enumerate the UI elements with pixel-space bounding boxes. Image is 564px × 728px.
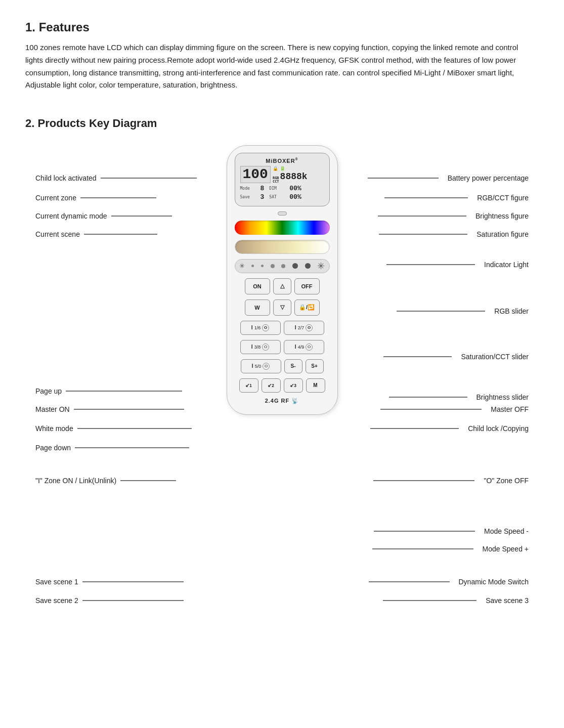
label-brightness-figure: Brightness figure bbox=[378, 212, 529, 220]
label-current-scene: Current scene bbox=[35, 230, 162, 238]
brightness-max-icon: ✳ bbox=[317, 261, 325, 272]
lcd-right-top: 🔒🔋 RGBCCT 8888k bbox=[273, 166, 308, 184]
on-button[interactable]: ON bbox=[245, 278, 270, 294]
save-scene-3-button[interactable]: ↙3 bbox=[284, 378, 303, 393]
rgb-slider[interactable] bbox=[235, 221, 330, 235]
lcd-icons: 🔒🔋 bbox=[273, 166, 285, 171]
brightness-dot-3 bbox=[271, 264, 275, 268]
child-lock-copy-button[interactable]: 🔒/🔁 bbox=[294, 299, 320, 316]
zone-row-1: I 1/6 O I 2/7 O bbox=[235, 321, 330, 335]
label-zone-on-link: "I" Zone ON / Link(Unlink) bbox=[35, 477, 181, 485]
lcd-mode-label: Mode bbox=[240, 186, 259, 191]
label-save-scene-3: Save scene 3 bbox=[383, 596, 529, 605]
lcd-brand: MiBOXER® bbox=[240, 157, 324, 164]
label-sat-cct-slider: Saturation/CCT slider bbox=[383, 353, 529, 361]
label-battery-power: Battery power percentage bbox=[368, 174, 529, 182]
label-rgb-cct-figure: RGB/CCT figure bbox=[384, 194, 529, 202]
label-current-dynamic-mode: Current dynamic mode bbox=[35, 212, 177, 220]
s-minus-button[interactable]: S- bbox=[284, 359, 302, 373]
label-mode-speed-plus: Mode Speed + bbox=[372, 545, 529, 553]
section2-title: 2. Products Key Diagram bbox=[25, 117, 539, 130]
s-plus-button[interactable]: S+ bbox=[306, 359, 324, 373]
brightness-dot-1 bbox=[251, 265, 254, 267]
brightness-slider[interactable]: ✳ ✳ bbox=[235, 259, 330, 273]
triangle-down-button[interactable]: ▽ bbox=[273, 299, 291, 316]
lcd-dim-label: DIM bbox=[269, 186, 288, 191]
label-child-lock: Child lock activated bbox=[35, 174, 202, 182]
label-rgb-slider: RGB slider bbox=[397, 307, 529, 315]
lcd-dim-value: 00% bbox=[289, 185, 301, 192]
triangle-up-button[interactable]: △ bbox=[273, 278, 291, 294]
lcd-rgb-cct-label: RGBCCT bbox=[273, 177, 279, 184]
rf-label: 2.4G RF 📡 bbox=[265, 398, 299, 404]
label-white-mode: White mode bbox=[35, 424, 197, 433]
label-dynamic-mode-switch: Dynamic Mode Switch bbox=[369, 578, 529, 586]
label-saturation-figure: Saturation figure bbox=[379, 230, 529, 238]
label-zone-off: "O" Zone OFF bbox=[373, 477, 529, 485]
lcd-save-value: 3 bbox=[261, 193, 265, 201]
diagram-container: MiBOXER® 100 🔒🔋 RGBCCT 8888k bbox=[25, 145, 539, 702]
brightness-min-icon: ✳ bbox=[239, 262, 245, 270]
save-scene-2-button[interactable]: ↙2 bbox=[262, 378, 281, 393]
label-brightness-slider: Brightness slider bbox=[389, 393, 529, 401]
zone-row-2: I 3/8 O I 4/9 O bbox=[235, 340, 330, 354]
indicator-light bbox=[278, 211, 287, 216]
lcd-screen: MiBOXER® 100 🔒🔋 RGBCCT 8888k bbox=[235, 153, 330, 206]
zone-3-8-button[interactable]: I 3/8 O bbox=[240, 340, 281, 354]
remote-body: MiBOXER® 100 🔒🔋 RGBCCT 8888k bbox=[227, 145, 338, 415]
lcd-save-label: Save bbox=[240, 195, 259, 199]
label-indicator-light: Indicator Light bbox=[386, 261, 529, 269]
zone-4-9-button[interactable]: I 4/9 O bbox=[284, 340, 324, 354]
lcd-row1: 100 🔒🔋 RGBCCT 8888k bbox=[240, 166, 324, 184]
white-mode-button[interactable]: W bbox=[245, 299, 270, 316]
mode-switch-button[interactable]: M bbox=[306, 378, 325, 393]
zone-row-3: I 5/0 O S- S+ bbox=[235, 359, 330, 373]
brightness-dot-2 bbox=[261, 265, 264, 267]
lcd-row2: Mode 8 DIM 00% bbox=[240, 185, 324, 192]
off-button[interactable]: OFF bbox=[294, 278, 320, 294]
label-master-on: Master ON bbox=[35, 405, 189, 413]
lcd-sat-label: SAT bbox=[269, 195, 288, 199]
zone-5-0-button[interactable]: I 5/0 O bbox=[241, 359, 281, 373]
label-page-down: Page down bbox=[35, 444, 194, 452]
label-page-up: Page up bbox=[35, 387, 187, 395]
lcd-zone-number: 100 bbox=[240, 166, 271, 183]
features-text: 100 zones remote have LCD which can disp… bbox=[25, 41, 521, 92]
zone-1-6-button[interactable]: I 1/6 O bbox=[240, 321, 281, 335]
w-down-lock-row: W ▽ 🔒/🔁 bbox=[235, 299, 330, 316]
lcd-rgb-cct-value: 8888k bbox=[280, 172, 308, 182]
brightness-dot-4 bbox=[281, 264, 285, 268]
label-save-scene-1: Save scene 1 bbox=[35, 578, 189, 586]
zone-2-7-button[interactable]: I 2/7 O bbox=[284, 321, 324, 335]
save-scene-1-button[interactable]: ↙1 bbox=[239, 378, 258, 393]
saturation-cct-slider[interactable] bbox=[235, 240, 330, 254]
remote-device: MiBOXER® 100 🔒🔋 RGBCCT 8888k bbox=[227, 145, 338, 415]
on-up-off-row: ON △ OFF bbox=[235, 278, 330, 294]
lcd-sat-value: 00% bbox=[289, 193, 301, 201]
label-current-zone: Current zone bbox=[35, 194, 161, 202]
section1-title: 1. Features bbox=[25, 20, 539, 34]
diagram-section: MiBOXER® 100 🔒🔋 RGBCCT 8888k bbox=[25, 145, 539, 702]
lcd-mode-value: 8 bbox=[261, 185, 265, 192]
label-mode-speed-minus: Mode Speed - bbox=[374, 527, 529, 535]
lcd-row3: Save 3 SAT 00% bbox=[240, 193, 324, 201]
label-child-lock-copying: Child lock /Copying bbox=[370, 424, 529, 433]
scene-row: ↙1 ↙2 ↙3 M bbox=[235, 378, 330, 393]
label-master-off: Master OFF bbox=[380, 405, 529, 413]
brightness-dot-6 bbox=[305, 263, 311, 269]
label-save-scene-2: Save scene 2 bbox=[35, 596, 189, 605]
brightness-dot-5 bbox=[292, 263, 298, 269]
